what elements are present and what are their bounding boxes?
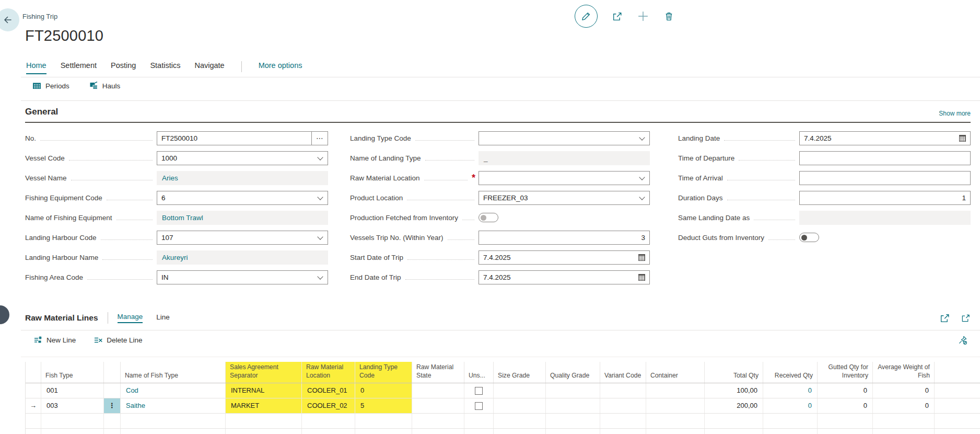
vessels-trip-no-within-year-input[interactable]: 3	[479, 231, 650, 245]
edit-icon[interactable]	[575, 5, 598, 28]
cell-raw_material_state[interactable]	[412, 398, 464, 413]
table-row[interactable]: →003⋮SaitheMARKETCOOLER_025200,00000	[26, 398, 980, 414]
tab-more-options[interactable]: More options	[259, 61, 302, 73]
name-of-fishing-equipment-value[interactable]: Bottom Trawl	[157, 211, 328, 225]
fishing-area-code-dropdown[interactable]: IN	[157, 270, 328, 284]
tab-settlement[interactable]: Settlement	[61, 61, 97, 73]
cell-raw_material_location[interactable]: COOLER_02	[302, 398, 355, 413]
back-button[interactable]	[0, 8, 19, 31]
landing-date-input[interactable]: 7.4.2025	[799, 131, 971, 145]
landing-harbour-name-value[interactable]: Akureyri	[157, 250, 328, 265]
lines-menu-manage[interactable]: Manage	[118, 313, 143, 323]
cell-overflow[interactable]	[935, 383, 980, 398]
column-header-menu[interactable]	[104, 362, 121, 383]
floating-widget-button[interactable]	[0, 305, 9, 324]
cell-raw_material_location[interactable]: COOLER_01	[302, 383, 355, 398]
column-header-name-of-fish-type[interactable]: Name of Fish Type	[121, 362, 226, 383]
calendar-icon[interactable]	[959, 135, 966, 142]
ribbon-button-hauls[interactable]: Hauls	[89, 82, 121, 90]
end-date-of-trip-input[interactable]: 7.4.2025	[479, 270, 650, 284]
unpin-icon[interactable]	[958, 335, 967, 345]
delete-line-button[interactable]: Delete Line	[94, 335, 142, 345]
row-selector[interactable]	[26, 383, 41, 398]
column-header-total-qty[interactable]: Total Qty	[705, 362, 763, 383]
landing-type-code-dropdown[interactable]	[479, 131, 650, 145]
row-menu-button[interactable]: ⋮	[104, 398, 121, 413]
deduct-guts-from-inventory-toggle[interactable]	[799, 233, 819, 242]
column-header-sel[interactable]	[26, 362, 41, 383]
tab-home[interactable]: Home	[26, 61, 46, 74]
unspecified-checkbox[interactable]	[475, 387, 483, 395]
cell-raw_material_state[interactable]	[412, 383, 464, 398]
cell-quality_grade[interactable]	[546, 398, 600, 413]
lines-menu-line[interactable]: Line	[156, 313, 170, 323]
assist-edit-button[interactable]: ⋯	[311, 132, 328, 145]
duration-days-input[interactable]: 1	[799, 191, 971, 205]
cell-overflow[interactable]	[935, 398, 980, 413]
product-location-dropdown[interactable]: FREEZER_03	[479, 191, 650, 205]
vessel-code-dropdown[interactable]: 1000	[157, 151, 328, 165]
cell-size_grade[interactable]	[494, 398, 546, 413]
cell-size_grade[interactable]	[494, 383, 546, 398]
cell-name_of_fish_type[interactable]: Saithe	[121, 398, 226, 413]
column-header-received-qty[interactable]: Received Qty	[763, 362, 818, 383]
column-header-average-weight-of-fish[interactable]: Average Weight of Fish	[873, 362, 935, 383]
cell-fish_type[interactable]: 003	[41, 398, 104, 413]
time-of-arrival-input[interactable]	[799, 171, 971, 185]
ribbon-button-periods[interactable]: Periods	[32, 82, 69, 90]
column-header-size-grade[interactable]: Size Grade	[494, 362, 546, 383]
empty-table-row[interactable]	[26, 429, 980, 434]
time-of-departure-input[interactable]	[799, 151, 971, 165]
cell-variant_code[interactable]	[600, 398, 646, 413]
cell-variant_code[interactable]	[600, 383, 646, 398]
calendar-icon[interactable]	[638, 254, 645, 261]
raw-material-location-dropdown[interactable]	[479, 171, 650, 185]
column-header-container[interactable]: Container	[646, 362, 705, 383]
column-header-overflow[interactable]	[935, 362, 980, 383]
add-icon[interactable]	[637, 10, 649, 22]
landing-harbour-code-dropdown[interactable]: 107	[157, 231, 328, 245]
vessel-name-value[interactable]: Aries	[157, 171, 328, 185]
cell-sales_agreement_separator[interactable]: MARKET	[226, 398, 302, 413]
delete-icon[interactable]	[663, 11, 674, 22]
table-row[interactable]: 001CodINTERNALCOOLER_010100,00000	[26, 383, 980, 398]
cell-sales_agreement_separator[interactable]: INTERNAL	[226, 383, 302, 398]
column-header-raw-material-location[interactable]: Raw Material Location	[302, 362, 355, 383]
calendar-icon[interactable]	[638, 274, 645, 281]
cell-total_qty[interactable]: 100,00	[705, 383, 763, 398]
active-row-arrow-icon[interactable]: →	[26, 398, 41, 413]
cell-fish_type[interactable]: 001	[41, 383, 104, 398]
tab-posting[interactable]: Posting	[111, 61, 136, 73]
cell-quality_grade[interactable]	[546, 383, 600, 398]
column-header-sales-agreement-separator[interactable]: Sales Agreement Separator	[226, 362, 302, 383]
breadcrumb[interactable]: Fishing Trip	[22, 13, 57, 20]
cell-received_qty[interactable]: 0	[763, 398, 818, 413]
column-header-landing-type-code[interactable]: Landing Type Code	[355, 362, 412, 383]
cell-gutted_qty_for_inventory[interactable]: 0	[818, 398, 873, 413]
cell-container[interactable]	[646, 398, 705, 413]
fishing-equipment-code-dropdown[interactable]: 6	[157, 191, 328, 205]
cell-name_of_fish_type[interactable]: Cod	[121, 383, 226, 398]
general-section-title[interactable]: General	[25, 107, 58, 117]
column-header-variant-code[interactable]: Variant Code	[600, 362, 646, 383]
column-header-uns[interactable]: Uns...	[464, 362, 494, 383]
production-fetched-from-inventory-toggle[interactable]	[479, 213, 498, 222]
no-input[interactable]: FT2500010⋯	[157, 131, 328, 145]
cell-container[interactable]	[646, 383, 705, 398]
focus-mode-icon[interactable]	[961, 313, 971, 323]
unspecified-checkbox[interactable]	[475, 402, 483, 410]
new-line-button[interactable]: New Line	[33, 335, 76, 345]
column-header-raw-material-state[interactable]: Raw Material State	[412, 362, 464, 383]
share-icon[interactable]	[939, 313, 950, 324]
tab-navigate[interactable]: Navigate	[194, 61, 224, 73]
cell-gutted_qty_for_inventory[interactable]: 0	[818, 383, 873, 398]
empty-table-row[interactable]	[26, 414, 980, 429]
cell-total_qty[interactable]: 200,00	[705, 398, 763, 413]
cell-average_weight_of_fish[interactable]: 0	[873, 383, 935, 398]
column-header-quality-grade[interactable]: Quality Grade	[546, 362, 600, 383]
tab-statistics[interactable]: Statistics	[150, 61, 180, 73]
cell-landing_type_code[interactable]: 5	[355, 398, 412, 413]
cell-received_qty[interactable]: 0	[763, 383, 818, 398]
start-date-of-trip-input[interactable]: 7.4.2025	[479, 250, 650, 265]
cell-landing_type_code[interactable]: 0	[355, 383, 412, 398]
